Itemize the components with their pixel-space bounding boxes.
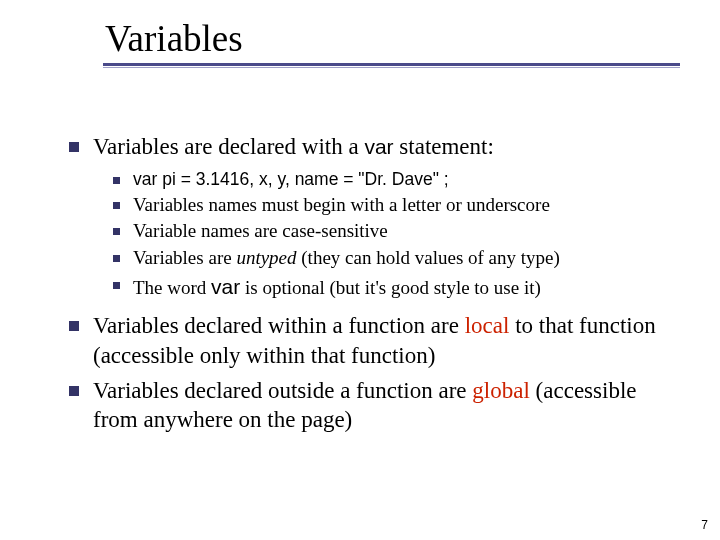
sub-bullet-4-ital: untyped [236,247,296,268]
bullet-3: Variables declared outside a function ar… [65,376,670,435]
page-number: 7 [701,518,708,532]
sub-bullet-5-post: is optional (but it's good style to use … [240,277,541,298]
bullet-1-pre: Variables are declared with a [93,134,364,159]
sub-bullet-1: var pi = 3.1416, x, y, name = "Dr. Dave"… [107,167,670,192]
slide: Variables Variables are declared with a … [0,0,720,540]
title-underline [103,67,680,68]
sub-bullet-5-pre: The word [133,277,211,298]
sub-bullet-5-code: var [211,275,240,298]
bullet-list-level2: var pi = 3.1416, x, y, name = "Dr. Dave"… [93,167,670,301]
bullet-1: Variables are declared with a var statem… [65,132,670,301]
bullet-1-post: statement: [394,134,494,159]
bullet-list-level1: Variables are declared with a var statem… [65,132,670,435]
sub-bullet-4-post: (they can hold values of any type) [297,247,560,268]
title-container: Variables [40,20,680,68]
sub-bullet-4: Variables are untyped (they can hold val… [107,245,670,272]
bullet-3-pre: Variables declared outside a function ar… [93,378,472,403]
bullet-3-red: global [472,378,530,403]
sub-bullet-2: Variables names must begin with a letter… [107,192,670,219]
sub-bullet-5: The word var is optional (but it's good … [107,272,670,302]
bullet-2: Variables declared within a function are… [65,311,670,370]
sub-bullet-4-pre: Variables are [133,247,236,268]
slide-title: Variables [103,20,680,66]
bullet-2-pre: Variables declared within a function are [93,313,465,338]
slide-content: Variables are declared with a var statem… [40,132,680,435]
bullet-1-code: var [364,135,393,158]
sub-bullet-3: Variable names are case-sensitive [107,218,670,245]
bullet-2-red: local [465,313,510,338]
